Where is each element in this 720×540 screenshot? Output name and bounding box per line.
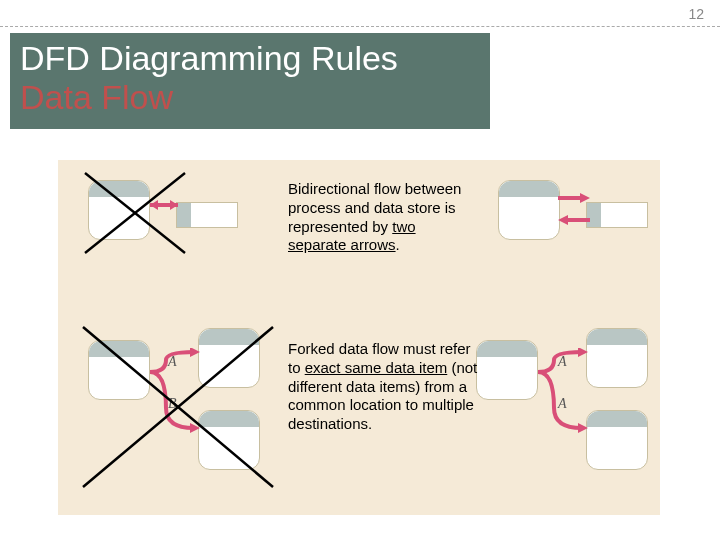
flow-label: A bbox=[168, 354, 177, 370]
data-store-box bbox=[176, 202, 238, 228]
slide-title: DFD Diagramming Rules Data Flow bbox=[10, 33, 490, 129]
rule1-part2: . bbox=[396, 236, 400, 253]
process-box bbox=[88, 340, 150, 400]
process-box bbox=[198, 410, 260, 470]
flow-label: A bbox=[558, 354, 567, 370]
rule-text-2: Forked data flow must refer to exact sam… bbox=[288, 340, 478, 434]
process-box bbox=[498, 180, 560, 240]
title-line-2: Data Flow bbox=[20, 78, 480, 117]
process-box bbox=[198, 328, 260, 388]
header-divider bbox=[0, 26, 720, 27]
rule2-underline: exact same data item bbox=[305, 359, 448, 376]
page-number: 12 bbox=[688, 6, 704, 22]
rule-text-1: Bidirectional flow between process and d… bbox=[288, 180, 478, 255]
process-box bbox=[476, 340, 538, 400]
process-box bbox=[88, 180, 150, 240]
svg-marker-0 bbox=[150, 200, 158, 210]
diagram-canvas: Bidirectional flow between process and d… bbox=[58, 160, 660, 515]
process-box bbox=[586, 410, 648, 470]
title-line-1: DFD Diagramming Rules bbox=[20, 39, 480, 78]
rule1-part0: Bidirectional flow between process and d… bbox=[288, 180, 461, 235]
process-box bbox=[586, 328, 648, 388]
flow-label: A bbox=[558, 396, 567, 412]
flow-label: B bbox=[168, 396, 177, 412]
data-store-box bbox=[586, 202, 648, 228]
